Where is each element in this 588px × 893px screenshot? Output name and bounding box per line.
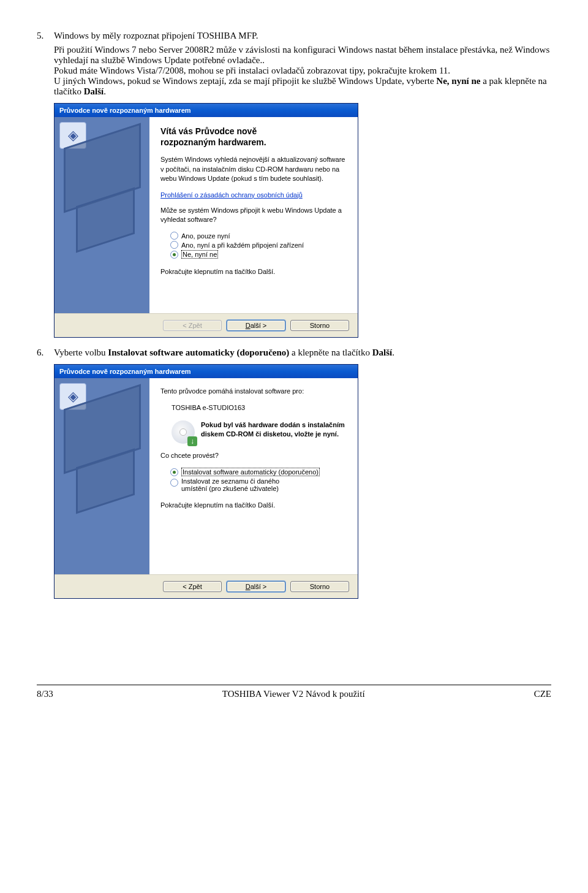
question-text: Co chcete provést? [160,451,347,460]
arrow-icon: ↓ [187,436,197,446]
page-footer: 8/33 TOSHIBA Viewer V2 Návod k použití C… [37,685,551,699]
radio-icon [170,468,178,476]
radio-icon [170,232,178,240]
radio-label: Instalovat ze seznamu či daného umístění… [181,477,279,492]
radio-label: Ano, nyní a při každém připojení zařízen… [181,241,304,249]
text: Pokud máte Windows Vista/7/2008, mohou s… [54,66,450,75]
insert-disk-text: Pokud byl váš hardware dodán s instalačn… [201,420,345,439]
dialog-body-text: Tento průvodce pomáhá instalovat softwar… [160,387,347,396]
text-bold: Ne, nyní ne [436,76,480,86]
text: Při použití Windows 7 nebo Server 2008R2… [54,45,549,65]
radio-icon [170,251,178,259]
dialog-title: Průvodce nově rozpoznaným hardwarem [55,365,358,378]
cancel-button[interactable]: Storno [290,320,349,331]
dialog-1: Průvodce nově rozpoznaným hardwarem ◈ Ví… [54,103,358,338]
text: . [104,86,106,96]
cd-icon: ↓ [172,420,195,444]
privacy-link[interactable]: Prohlášení o zásadách ochrany osobních ú… [160,191,303,199]
continue-text: Pokračujte klepnutím na tlačítko Další. [160,501,347,510]
dialog-heading: Vítá vás Průvodce nově rozpoznaným hardw… [160,126,347,148]
text-bold: Další [84,86,104,96]
step-text-5: Windows by měly rozpoznat připojení TOSH… [54,31,551,41]
step-number-5: 5. [37,31,54,41]
radio-label: Ne, nyní ne [181,250,218,259]
back-button: < Zpět [163,320,222,331]
radio-option-auto[interactable]: Instalovat software automaticky (doporuč… [170,468,347,476]
dialog-left-graphic: ◈ [55,378,149,574]
cancel-button[interactable]: Storno [290,581,349,592]
radio-option-yes-now[interactable]: Ano, pouze nyní [170,232,347,240]
radio-label: Instalovat software automaticky (doporuč… [181,468,320,476]
back-button[interactable]: < Zpět [163,581,222,592]
next-button[interactable]: Další > [227,320,285,331]
footer-title: TOSHIBA Viewer V2 Návod k použití [222,689,365,699]
dialog-button-row: < Zpět Další > Storno [55,313,358,337]
footer-page: 8/33 [37,689,53,699]
radio-label: Ano, pouze nyní [181,232,230,240]
next-button[interactable]: Další > [227,581,285,592]
radio-option-yes-always[interactable]: Ano, nyní a při každém připojení zařízen… [170,241,347,249]
step-text-6: Vyberte volbu Instalovat software automa… [54,348,551,358]
step-number-6: 6. [37,348,54,358]
radio-option-list[interactable]: Instalovat ze seznamu či daného umístění… [170,477,347,492]
dialog-body-text: Systém Windows vyhledá nejnovější a aktu… [160,155,347,183]
radio-icon [170,479,178,487]
radio-icon [170,241,178,249]
dialog-button-row: < Zpět Další > Storno [55,574,358,598]
radio-option-no[interactable]: Ne, nyní ne [170,250,347,259]
dialog-question: Může se systém Windows připojit k webu W… [160,206,347,225]
text: U jiných Windows, pokud se Windows zepta… [54,76,436,86]
dialog-2: Průvodce nově rozpoznaným hardwarem ◈ Te… [54,364,358,599]
device-name: TOSHIBA e-STUDIO163 [172,403,347,412]
dialog-title: Průvodce nově rozpoznaným hardwarem [55,104,358,117]
step5-paragraph: Při použití Windows 7 nebo Server 2008R2… [54,45,551,97]
footer-lang: CZE [534,689,551,699]
dialog-left-graphic: ◈ [55,117,149,313]
continue-text: Pokračujte klepnutím na tlačítko Další. [160,267,347,276]
